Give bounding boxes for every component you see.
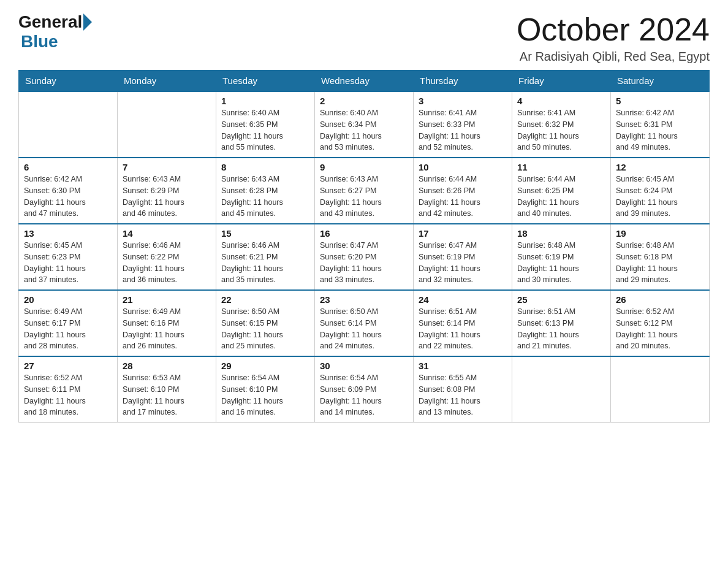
calendar-cell: 26Sunrise: 6:52 AMSunset: 6:12 PMDayligh… (611, 290, 710, 356)
day-number: 10 (419, 162, 507, 172)
day-info: Sunrise: 6:51 AMSunset: 6:13 PMDaylight:… (517, 306, 605, 352)
day-info: Sunrise: 6:44 AMSunset: 6:25 PMDaylight:… (517, 174, 605, 220)
calendar-cell: 22Sunrise: 6:50 AMSunset: 6:15 PMDayligh… (216, 290, 315, 356)
calendar-header-friday: Friday (512, 71, 611, 92)
calendar-header-saturday: Saturday (611, 71, 710, 92)
day-info: Sunrise: 6:41 AMSunset: 6:33 PMDaylight:… (419, 107, 507, 153)
day-number: 29 (221, 361, 309, 371)
day-number: 6 (24, 162, 112, 172)
day-number: 14 (123, 228, 211, 239)
calendar-cell: 25Sunrise: 6:51 AMSunset: 6:13 PMDayligh… (512, 290, 611, 356)
day-number: 13 (24, 228, 112, 239)
day-info: Sunrise: 6:43 AMSunset: 6:28 PMDaylight:… (221, 174, 309, 220)
day-number: 17 (419, 228, 507, 239)
day-number: 15 (221, 228, 309, 239)
day-info: Sunrise: 6:48 AMSunset: 6:19 PMDaylight:… (517, 240, 605, 286)
calendar-cell: 8Sunrise: 6:43 AMSunset: 6:28 PMDaylight… (216, 158, 315, 224)
day-number: 27 (24, 361, 112, 371)
day-info: Sunrise: 6:45 AMSunset: 6:23 PMDaylight:… (24, 240, 112, 286)
calendar-cell: 10Sunrise: 6:44 AMSunset: 6:26 PMDayligh… (414, 158, 512, 224)
calendar-cell: 11Sunrise: 6:44 AMSunset: 6:25 PMDayligh… (512, 158, 611, 224)
day-number: 2 (320, 96, 408, 106)
day-number: 7 (123, 162, 211, 172)
day-info: Sunrise: 6:47 AMSunset: 6:19 PMDaylight:… (419, 240, 507, 286)
calendar-cell: 30Sunrise: 6:54 AMSunset: 6:09 PMDayligh… (315, 356, 414, 423)
day-info: Sunrise: 6:41 AMSunset: 6:32 PMDaylight:… (517, 107, 605, 153)
day-number: 22 (221, 294, 309, 305)
calendar-cell (611, 356, 710, 423)
day-info: Sunrise: 6:54 AMSunset: 6:09 PMDaylight:… (320, 372, 408, 418)
day-info: Sunrise: 6:48 AMSunset: 6:18 PMDaylight:… (616, 240, 704, 286)
calendar-cell: 19Sunrise: 6:48 AMSunset: 6:18 PMDayligh… (611, 224, 710, 290)
calendar-cell: 29Sunrise: 6:54 AMSunset: 6:10 PMDayligh… (216, 356, 315, 423)
day-number: 12 (616, 162, 704, 172)
day-info: Sunrise: 6:49 AMSunset: 6:17 PMDaylight:… (24, 306, 112, 352)
calendar-cell: 16Sunrise: 6:47 AMSunset: 6:20 PMDayligh… (315, 224, 414, 290)
day-info: Sunrise: 6:43 AMSunset: 6:29 PMDaylight:… (123, 174, 211, 220)
day-info: Sunrise: 6:42 AMSunset: 6:30 PMDaylight:… (24, 174, 112, 220)
day-info: Sunrise: 6:43 AMSunset: 6:27 PMDaylight:… (320, 174, 408, 220)
day-info: Sunrise: 6:42 AMSunset: 6:31 PMDaylight:… (616, 107, 704, 153)
calendar-header-thursday: Thursday (414, 71, 512, 92)
day-number: 25 (517, 294, 605, 305)
calendar-cell: 13Sunrise: 6:45 AMSunset: 6:23 PMDayligh… (19, 224, 118, 290)
day-number: 8 (221, 162, 309, 172)
calendar-cell: 5Sunrise: 6:42 AMSunset: 6:31 PMDaylight… (611, 91, 710, 158)
calendar-cell: 23Sunrise: 6:50 AMSunset: 6:14 PMDayligh… (315, 290, 414, 356)
logo: General Blue (18, 12, 93, 52)
title-block: October 2024 Ar Radisiyah Qibli, Red Sea… (517, 12, 710, 64)
calendar-cell: 4Sunrise: 6:41 AMSunset: 6:32 PMDaylight… (512, 91, 611, 158)
day-number: 30 (320, 361, 408, 371)
calendar-cell: 27Sunrise: 6:52 AMSunset: 6:11 PMDayligh… (19, 356, 118, 423)
week-row-5: 27Sunrise: 6:52 AMSunset: 6:11 PMDayligh… (19, 356, 710, 423)
week-row-3: 13Sunrise: 6:45 AMSunset: 6:23 PMDayligh… (19, 224, 710, 290)
calendar-cell: 20Sunrise: 6:49 AMSunset: 6:17 PMDayligh… (19, 290, 118, 356)
day-info: Sunrise: 6:45 AMSunset: 6:24 PMDaylight:… (616, 174, 704, 220)
calendar-header-monday: Monday (118, 71, 216, 92)
logo-blue-text: Blue (21, 32, 58, 51)
day-number: 24 (419, 294, 507, 305)
calendar-cell: 6Sunrise: 6:42 AMSunset: 6:30 PMDaylight… (19, 158, 118, 224)
day-number: 26 (616, 294, 704, 305)
day-number: 21 (123, 294, 211, 305)
calendar-cell: 12Sunrise: 6:45 AMSunset: 6:24 PMDayligh… (611, 158, 710, 224)
day-info: Sunrise: 6:46 AMSunset: 6:21 PMDaylight:… (221, 240, 309, 286)
calendar-table: SundayMondayTuesdayWednesdayThursdayFrid… (18, 70, 710, 423)
calendar-cell: 17Sunrise: 6:47 AMSunset: 6:19 PMDayligh… (414, 224, 512, 290)
day-number: 16 (320, 228, 408, 239)
day-info: Sunrise: 6:53 AMSunset: 6:10 PMDaylight:… (123, 372, 211, 418)
day-number: 19 (616, 228, 704, 239)
calendar-cell: 14Sunrise: 6:46 AMSunset: 6:22 PMDayligh… (118, 224, 216, 290)
day-number: 20 (24, 294, 112, 305)
calendar-cell: 28Sunrise: 6:53 AMSunset: 6:10 PMDayligh… (118, 356, 216, 423)
calendar-cell: 2Sunrise: 6:40 AMSunset: 6:34 PMDaylight… (315, 91, 414, 158)
calendar-cell (19, 91, 118, 158)
day-number: 23 (320, 294, 408, 305)
week-row-4: 20Sunrise: 6:49 AMSunset: 6:17 PMDayligh… (19, 290, 710, 356)
day-number: 5 (616, 96, 704, 106)
day-info: Sunrise: 6:46 AMSunset: 6:22 PMDaylight:… (123, 240, 211, 286)
calendar-cell: 21Sunrise: 6:49 AMSunset: 6:16 PMDayligh… (118, 290, 216, 356)
day-info: Sunrise: 6:40 AMSunset: 6:35 PMDaylight:… (221, 107, 309, 153)
day-info: Sunrise: 6:40 AMSunset: 6:34 PMDaylight:… (320, 107, 408, 153)
week-row-2: 6Sunrise: 6:42 AMSunset: 6:30 PMDaylight… (19, 158, 710, 224)
calendar-cell: 15Sunrise: 6:46 AMSunset: 6:21 PMDayligh… (216, 224, 315, 290)
calendar-cell: 24Sunrise: 6:51 AMSunset: 6:14 PMDayligh… (414, 290, 512, 356)
day-info: Sunrise: 6:52 AMSunset: 6:11 PMDaylight:… (24, 372, 112, 418)
day-number: 31 (419, 361, 507, 371)
calendar-cell: 9Sunrise: 6:43 AMSunset: 6:27 PMDaylight… (315, 158, 414, 224)
calendar-cell: 7Sunrise: 6:43 AMSunset: 6:29 PMDaylight… (118, 158, 216, 224)
week-row-1: 1Sunrise: 6:40 AMSunset: 6:35 PMDaylight… (19, 91, 710, 158)
location-subtitle: Ar Radisiyah Qibli, Red Sea, Egypt (517, 50, 710, 64)
calendar-cell: 31Sunrise: 6:55 AMSunset: 6:08 PMDayligh… (414, 356, 512, 423)
day-number: 4 (517, 96, 605, 106)
calendar-cell (118, 91, 216, 158)
calendar-header-row: SundayMondayTuesdayWednesdayThursdayFrid… (19, 71, 710, 92)
day-info: Sunrise: 6:54 AMSunset: 6:10 PMDaylight:… (221, 372, 309, 418)
day-number: 11 (517, 162, 605, 172)
day-info: Sunrise: 6:51 AMSunset: 6:14 PMDaylight:… (419, 306, 507, 352)
calendar-cell (512, 356, 611, 423)
day-info: Sunrise: 6:50 AMSunset: 6:14 PMDaylight:… (320, 306, 408, 352)
calendar-header-sunday: Sunday (19, 71, 118, 92)
page-header: General Blue October 2024 Ar Radisiyah Q… (18, 12, 710, 64)
